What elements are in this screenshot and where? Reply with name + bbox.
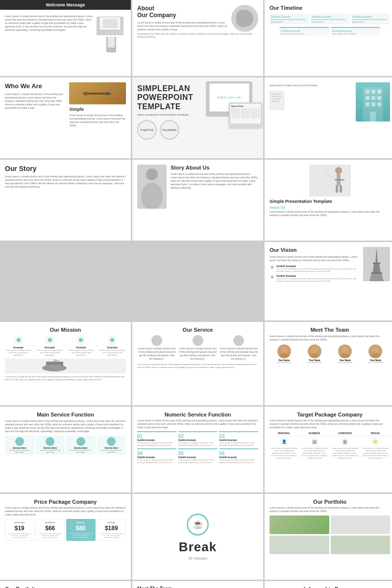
price-package-title: Price Package Company	[5, 499, 126, 505]
simpleplan-content: SIMPLEPLAN POWERPOINT TEMPLATE clean pow…	[132, 77, 263, 145]
target-content: Target Package Company Lorem ipsum is si…	[265, 407, 392, 463]
portfolio-item-3	[270, 536, 329, 554]
svg-point-35	[311, 346, 318, 353]
fencer-image	[309, 165, 351, 196]
svg-point-37	[342, 346, 348, 353]
svg-marker-32	[54, 359, 61, 362]
slide-portfolio-right: Our Portfolio Lorem ipsum is simply dumm…	[265, 494, 392, 580]
svg-point-33	[281, 346, 288, 353]
svg-rect-11	[371, 102, 375, 106]
welcome-title: Welcome Message	[46, 2, 85, 7]
laptop-illustration	[97, 17, 123, 35]
svg-point-17	[335, 167, 342, 174]
price-package-content: Price Package Company Lorem ipsum is sim…	[0, 494, 131, 545]
infographic-content: Infographic Process › › › Lorem i	[265, 581, 392, 588]
portfolio-bottom-content: Our Portfolio Lorem ipsum is simply dumm…	[0, 581, 131, 588]
welcome-text: Lorem ipsum is simply dummy text of the …	[5, 15, 94, 32]
vision-item-2: Subtitle Example Lorem ipsum is simply d…	[270, 274, 360, 282]
service-func-3: Service Here dummy text of printing and …	[66, 436, 96, 455]
simple-title: Simple	[69, 107, 126, 112]
svg-marker-1	[106, 92, 112, 96]
timeline-title: Our Timeline	[270, 5, 390, 11]
price-plan-business: BUSINESS $66 Lorem ipsum is simply dummy…	[36, 519, 65, 541]
simpleplan-subtitle: clean powerpoint presentation template	[137, 113, 258, 116]
numeric-title: Numeric Service Function	[137, 412, 258, 417]
infographic-title: Infographic Process	[270, 586, 390, 588]
our-service-content: Our Service Lorem ipsum is simply dummy …	[132, 322, 263, 372]
price-plan-special2: SPECIAL $189 Lorem ipsum is simply dummy…	[97, 519, 126, 541]
our-story-right-content: Lorem ipsum is simply dummy text of the …	[265, 77, 392, 114]
svg-rect-12	[377, 102, 381, 106]
svg-rect-5	[371, 90, 375, 94]
svg-rect-20	[336, 185, 338, 193]
team-photos: Your Name Your credential title Your Nam…	[270, 344, 390, 364]
target-col-business: BUSINESS 🏢 Lorem ipsum is simply dummy t…	[300, 431, 329, 459]
portfolio-right-content: Our Portfolio Lorem ipsum is simply dumm…	[265, 494, 392, 558]
numeric-item-5: 05 Subtitle Example Lorem ipsum is simpl…	[178, 448, 218, 464]
team-member-1: Your Name Your credential title	[270, 344, 298, 364]
timeline-item-5: Subtitle Example Lorem ipsum dolor sit a…	[331, 27, 381, 36]
break-icon: ☕	[187, 514, 209, 536]
price-package-text: Lorem ipsum is simply dummy text of the …	[5, 506, 126, 516]
our-vision-content: Our Vision Lorem ipsum is simply dummy t…	[265, 242, 392, 286]
svg-rect-7	[366, 96, 369, 100]
meet-team-content: Meet The Team Lorem ipsum is simply dumm…	[265, 322, 392, 368]
svg-point-2	[84, 92, 88, 96]
slide-main-service: Main Service Function Lorem ipsum is sim…	[0, 407, 131, 492]
simple-pres-title: Simple Presentation Template	[270, 199, 390, 204]
service-func-4: Service Here dummy text of printing and …	[97, 436, 126, 455]
boat-illustration	[5, 359, 126, 373]
numeric-item-1: 01 Subtitle Example Lorem ipsum is simpl…	[137, 431, 176, 446]
price-plan-personal: PERSONAL $19 Lorem ipsum is simply dummy…	[5, 519, 34, 541]
team-member-3: Your Name Your credential title	[331, 344, 360, 364]
svg-point-34	[278, 353, 290, 358]
meet-team-text: Lorem ipsum is simply dummy text of the …	[270, 335, 390, 342]
slide-welcome: Welcome Message Lorem ipsum is simply du…	[0, 0, 131, 76]
svg-point-14	[146, 169, 158, 180]
break-subtitle: 15 minutes	[188, 556, 207, 561]
numeric-item-6: 06 Subtitle Example Lorem ipsum is simpl…	[219, 448, 258, 464]
timeline-item-1: Subtitle Example Lorem ipsum dolor sit a…	[270, 14, 309, 24]
service-item-1: Lorem ipsum is simply dummy text of the …	[137, 335, 176, 361]
svg-rect-27	[373, 263, 380, 264]
easy-editable-btn[interactable]: EasyEditable	[160, 120, 179, 140]
slide-simple-pres-top: Simple Presentation Template About US Lo…	[265, 160, 392, 241]
main-service-text: Lorem ipsum is simply dummy text of the …	[5, 419, 126, 433]
who-title: Who We Are	[5, 82, 64, 90]
main-service-title: Main Service Function	[5, 412, 126, 417]
team-member-2: Your Name Your credential title	[300, 344, 329, 364]
portfolio-text: Lorem ipsum is simply dummy text of the …	[270, 506, 390, 513]
timeline-item-2: Subtitle Example Lorem ipsum dolor sit a…	[310, 14, 349, 24]
slide-infographic: Infographic Process › › › Lorem i	[265, 581, 392, 588]
portfolio-bottom-title: Our Portfolio	[5, 586, 126, 588]
drag-drop-btn[interactable]: Drag& Drop	[137, 120, 157, 140]
portfolio-item-1	[270, 515, 329, 534]
numeric-item-2: 02 Subtitle Example Lorem ipsum is simpl…	[178, 431, 218, 446]
target-col-special: SPECIAL ⭐ Lorem ipsum is simply dummy te…	[361, 431, 390, 459]
our-service-footer: Lorem ipsum is simply dummy text of the …	[137, 363, 258, 368]
our-story-title: Our Story	[5, 165, 126, 172]
svg-rect-6	[377, 90, 381, 94]
slide-story-about: Story About Us Lorem ipsum is simply dum…	[132, 160, 263, 241]
document-icon-shape: Lorem ipsum dolor sit ametconsecteturadi…	[270, 91, 284, 110]
meet-team-title: Meet The Team	[270, 327, 390, 333]
service-func-2: Service Here dummy text of printing and …	[36, 436, 65, 455]
break-title: Break	[179, 539, 217, 555]
svg-point-30	[42, 365, 67, 371]
service-item-3: Lorem ipsum is simply dummy text of the …	[219, 335, 258, 361]
svg-rect-9	[377, 96, 381, 100]
svg-point-36	[309, 353, 320, 358]
slide-target: Target Package Company Lorem ipsum is si…	[265, 407, 392, 492]
mission-item-1: Example lorem ipsum is simply dummy text…	[5, 335, 32, 356]
numeric-content: Numeric Service Function Lorem ipsum is …	[132, 407, 263, 467]
who-content: Who We Are Lorem ipsum is simply dummy t…	[0, 77, 131, 131]
slide-our-vision: Our Vision Lorem ipsum is simply dummy t…	[265, 242, 392, 320]
our-service-title: Our Service	[137, 327, 258, 333]
slide-meet-team-bottom: Meet The Team Lorem ipsum is simply dumm…	[132, 581, 263, 588]
our-mission-title: Our Mission	[5, 327, 126, 333]
service-func-1: Service Here dummy text of printing and …	[5, 436, 34, 455]
svg-rect-8	[371, 96, 375, 100]
presentation-grid: Welcome Message Lorem ipsum is simply du…	[0, 0, 392, 588]
building-image	[356, 82, 390, 122]
target-text: Lorem ipsum is simply dummy text of the …	[270, 419, 390, 429]
